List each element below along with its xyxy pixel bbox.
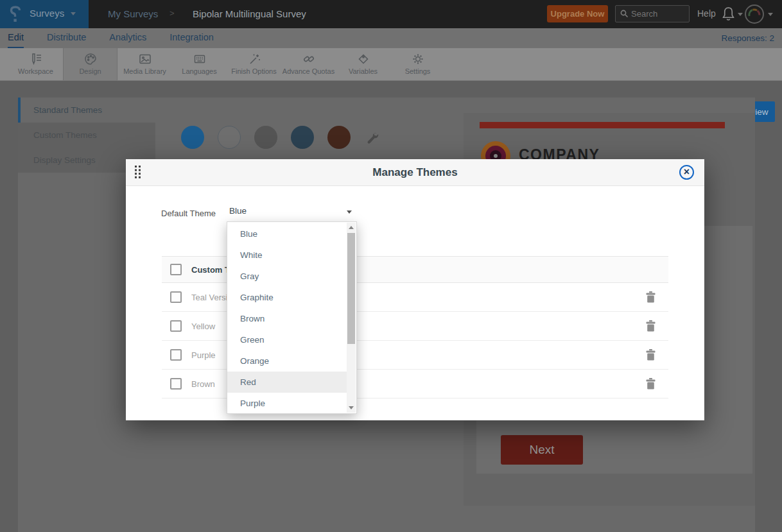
select-caret-icon <box>347 210 352 214</box>
scroll-down-icon[interactable] <box>349 406 354 409</box>
default-theme-dropdown: Blue White Gray Graphite Brown Green Ora… <box>227 221 357 414</box>
finish-options-wand-icon <box>227 51 281 67</box>
variables-tag-icon <box>336 51 390 67</box>
dropdown-option[interactable]: Gray <box>227 266 347 287</box>
dropdown-option[interactable]: Blue <box>227 223 347 245</box>
theme-name: Brown <box>191 370 215 399</box>
theme-swatch[interactable] <box>327 126 351 149</box>
select-all-checkbox[interactable] <box>170 264 182 275</box>
delete-trash-icon[interactable] <box>646 378 656 392</box>
dropdown-option[interactable]: Red <box>227 372 347 393</box>
toolbar-finish-options[interactable]: Finish Options <box>227 48 281 80</box>
top-bar: Surveys My Surveys > Bipolar Multilingua… <box>0 0 782 28</box>
dropdown-option[interactable]: Green <box>227 329 347 350</box>
tab-edit[interactable]: Edit <box>8 28 24 48</box>
sidebar-item-custom-themes[interactable]: Custom Themes <box>18 123 155 148</box>
notifications-bell-icon[interactable] <box>722 6 735 24</box>
default-theme-label: Default Theme <box>161 209 216 218</box>
theme-name: Purple <box>191 341 216 370</box>
row-checkbox[interactable] <box>170 349 182 361</box>
toolbar-design[interactable]: Design <box>63 48 117 80</box>
avatar-caret-icon[interactable] <box>768 13 773 16</box>
questionpro-logo-icon <box>9 5 22 25</box>
dropdown-scrollbar[interactable] <box>347 223 356 413</box>
default-theme-value: Blue <box>229 206 247 216</box>
theme-swatch[interactable] <box>181 126 204 149</box>
survey-nav: Edit Distribute Analytics Integration Re… <box>0 28 782 48</box>
advance-quotas-chain-icon <box>281 51 336 67</box>
tab-analytics[interactable]: Analytics <box>109 28 146 48</box>
theme-swatch[interactable] <box>254 126 277 149</box>
preview-accent-bar <box>480 122 725 128</box>
tab-distribute[interactable]: Distribute <box>47 28 86 48</box>
product-caret-icon <box>71 12 76 15</box>
responses-count[interactable]: Responses: 2 <box>721 28 774 48</box>
delete-trash-icon[interactable] <box>646 320 656 334</box>
avatar[interactable] <box>745 4 764 24</box>
default-theme-select[interactable]: Blue <box>227 202 357 221</box>
delete-trash-icon[interactable] <box>646 349 656 363</box>
upgrade-now-button[interactable]: Upgrade Now <box>547 5 608 22</box>
workspace-icon <box>8 51 63 67</box>
settings-gear-icon <box>390 51 445 67</box>
media-library-icon <box>117 51 172 67</box>
product-menu[interactable]: Surveys <box>30 8 64 19</box>
manage-themes-modal: Manage Themes × Default Theme Blue Custo… <box>126 159 704 420</box>
search-icon <box>620 10 629 18</box>
tab-integration[interactable]: Integration <box>169 28 214 48</box>
global-search[interactable] <box>615 5 690 22</box>
languages-keyboard-icon <box>172 51 227 67</box>
dropdown-option[interactable]: Purple <box>227 393 347 414</box>
theme-swatch[interactable] <box>218 126 241 149</box>
search-input[interactable] <box>631 6 686 21</box>
dropdown-option[interactable]: Orange <box>227 350 347 372</box>
theme-swatch[interactable] <box>291 126 314 149</box>
design-palette-icon <box>64 51 117 67</box>
toolbar-advance-quotas[interactable]: Advance Quotas <box>281 48 336 80</box>
row-checkbox[interactable] <box>170 320 182 332</box>
modal-close-icon[interactable]: × <box>679 165 694 180</box>
delete-trash-icon[interactable] <box>646 291 656 305</box>
preview-next-button[interactable]: Next <box>501 435 583 465</box>
standard-theme-swatches <box>181 126 351 149</box>
toolbar-languages[interactable]: Languages <box>172 48 227 80</box>
modal-title: Manage Themes <box>126 159 704 186</box>
toolbar-workspace[interactable]: Workspace <box>8 48 63 80</box>
row-checkbox[interactable] <box>170 291 182 303</box>
scrollbar-thumb[interactable] <box>347 233 355 344</box>
modal-header: Manage Themes × <box>126 159 704 186</box>
dropdown-option[interactable]: Brown <box>227 308 347 329</box>
breadcrumb-separator: > <box>169 8 175 18</box>
logo-block[interactable]: Surveys <box>0 0 89 28</box>
toolbar-variables[interactable]: Variables <box>336 48 390 80</box>
row-checkbox[interactable] <box>170 378 182 390</box>
breadcrumb-parent[interactable]: My Surveys <box>108 8 158 19</box>
edit-toolbar: Workspace Design Media Library <box>0 48 782 81</box>
dropdown-option[interactable]: Graphite <box>227 287 347 308</box>
help-link[interactable]: Help <box>697 8 716 19</box>
dropdown-option[interactable]: White <box>227 245 347 266</box>
breadcrumb-current: Bipolar Multilingual Survey <box>193 8 306 19</box>
drag-handle-icon[interactable] <box>135 166 141 182</box>
sidebar-item-standard-themes[interactable]: Standard Themes <box>18 98 155 123</box>
customize-wrench-icon[interactable] <box>365 131 379 148</box>
bell-caret-icon[interactable] <box>738 13 743 16</box>
toolbar-media-library[interactable]: Media Library <box>117 48 172 80</box>
theme-name: Yellow <box>191 312 215 341</box>
scroll-up-icon[interactable] <box>349 226 354 229</box>
toolbar-settings[interactable]: Settings <box>390 48 445 80</box>
